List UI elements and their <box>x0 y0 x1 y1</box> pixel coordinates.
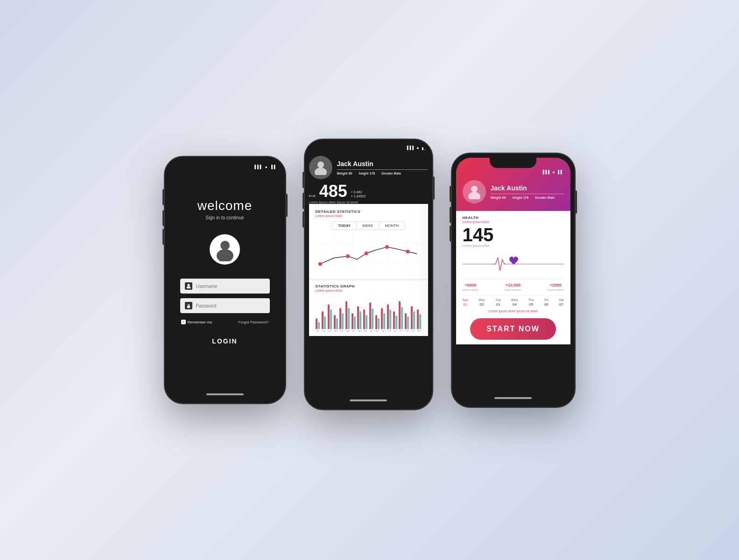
remember-checkbox[interactable] <box>181 320 186 324</box>
bar-label-10: 10 <box>370 329 373 332</box>
bar-red-18 <box>417 309 419 329</box>
phone-health: ▌▌▌ ▲ ▐▐ Jack Austin Wei <box>451 153 575 407</box>
username-group[interactable] <box>180 279 270 294</box>
line-chart <box>316 234 422 271</box>
bar-red-07 <box>352 313 353 329</box>
bar-red-16 <box>405 313 407 329</box>
start-now-button[interactable]: START NOW <box>470 318 556 340</box>
metric-2-value: +10,500 <box>505 283 521 287</box>
cal-day-num-fri: 06 <box>544 302 549 307</box>
bar-teal-15 <box>401 307 403 329</box>
bar-red-15 <box>399 301 401 329</box>
profile-row-2: Jack Austin Weight 60 height 178 Gender … <box>309 156 428 179</box>
health-number: 145 <box>463 225 564 244</box>
bar-red-10 <box>369 302 371 329</box>
login-form: Remember me Forgot Password? <box>180 279 270 324</box>
password-input[interactable] <box>196 303 265 308</box>
bar-teal-06 <box>348 308 350 329</box>
cal-day-num-sun: 01 <box>463 302 467 307</box>
bar-teal-11 <box>378 318 380 329</box>
bar-teal-14 <box>395 315 397 329</box>
weight-stat-3: Weight 60 <box>491 196 506 199</box>
profile-divider-2 <box>337 169 428 170</box>
bar-col-12: 12 <box>380 308 386 332</box>
cal-note: Lorem ipsum dolor ipsum sit amet <box>463 309 564 313</box>
metric-2: +10,500 Lorem ipsum <box>505 283 521 291</box>
tab-group[interactable]: TODAY WEEK MONTH <box>332 221 405 230</box>
phone-login: ▌▌▌ ▲ ▐▐ welcome Sign in to continue <box>164 156 286 404</box>
status-icons-2: ▌▌▌ ▲ ▐▐ <box>407 146 426 150</box>
metric-1: +6000 Lorem ipsum <box>463 283 479 291</box>
phone-stats-screen: ▌▌▌ ▲ ▐▐ Jack Austin <box>309 144 428 405</box>
kcal-section: kcal 485 + 3.462 + 1.84500 <box>309 183 428 200</box>
bar-teal-04 <box>336 318 338 329</box>
bar-label-01: 01 <box>317 329 319 332</box>
svg-point-0 <box>220 241 230 250</box>
svg-point-18 <box>385 245 389 249</box>
profile-name-3: Jack Austin <box>491 184 564 192</box>
login-button[interactable]: LOGIN <box>180 332 270 350</box>
stats-graph-section: STATISTICS GRAPH Lorem ipsum dolor 01020… <box>309 279 428 336</box>
signal-icon: ▌▌▌ <box>254 165 262 169</box>
cal-day-fri: Fri06 <box>544 298 549 307</box>
bar-red-11 <box>375 315 377 329</box>
bar-red-04 <box>334 315 336 329</box>
bar-teal-09 <box>366 315 367 329</box>
svg-point-6 <box>315 168 327 175</box>
cal-day-name-fri: Fri <box>544 298 548 301</box>
password-group[interactable] <box>180 298 270 313</box>
username-input[interactable] <box>196 284 265 289</box>
forgot-password-link[interactable]: Forgot Password? <box>239 320 269 324</box>
profile-info-3: Jack Austin Weight 60 height 178 Gender … <box>491 184 564 199</box>
bar-col-03: 03 <box>327 304 332 332</box>
avatar-svg-3 <box>467 184 482 199</box>
cal-day-name-mon: Mon <box>479 298 485 301</box>
bar-red-12 <box>381 308 383 329</box>
bar-label-06: 06 <box>346 329 349 332</box>
phone-health-screen: ▌▌▌ ▲ ▐▐ Jack Austin Wei <box>456 158 570 403</box>
tab-today[interactable]: TODAY <box>332 222 357 230</box>
cal-day-name-wed: Wed <box>511 298 518 301</box>
calendar-section: Sun01Mon02Tue03Wed04Thu05Fri06Sat07 Lore… <box>463 298 564 313</box>
remember-me-option[interactable]: Remember me <box>181 320 212 324</box>
metric-2-label: Lorem ipsum <box>505 288 521 291</box>
signal-icon-2: ▌▌▌ ▲ ▐▐ <box>407 146 426 150</box>
cal-day-name-thu: Thu <box>528 298 534 301</box>
phone-stats: ▌▌▌ ▲ ▐▐ Jack Austin <box>304 139 433 410</box>
bar-red-14 <box>393 311 395 329</box>
health-sub: Lorem ipsum dolor <box>463 220 564 224</box>
gender-stat-3: Gender Male <box>535 196 555 199</box>
bar-red-08 <box>357 306 359 329</box>
login-screen: welcome Sign in to continue <box>169 161 281 399</box>
bar-col-13: 13 <box>387 304 392 332</box>
avatar <box>210 234 240 265</box>
metric-1-value: +6000 <box>463 283 479 287</box>
svg-rect-4 <box>187 306 190 308</box>
battery-icon: ▐▐ <box>270 165 275 169</box>
bar-label-07: 07 <box>352 329 355 332</box>
svg-point-17 <box>364 252 368 255</box>
bar-label-09: 09 <box>364 329 367 332</box>
bar-label-14: 14 <box>394 329 396 332</box>
bar-label-08: 08 <box>358 329 361 332</box>
lock-icon <box>185 302 192 309</box>
svg-point-5 <box>317 161 324 168</box>
profile-info-2: Jack Austin Weight 60 height 178 Gender … <box>337 160 428 175</box>
bar-col-15: 15 <box>399 301 404 332</box>
notch <box>202 161 248 171</box>
tab-week[interactable]: WEEK <box>357 222 380 230</box>
bar-col-07: 07 <box>351 313 356 332</box>
kcal-extra-2: + 1.84500 <box>351 195 366 198</box>
cal-day-num-mon: 02 <box>480 302 484 307</box>
bar-col-04: 04 <box>333 315 338 332</box>
cal-day-num-thu: 05 <box>529 302 533 307</box>
bar-label-11: 11 <box>376 329 379 332</box>
cal-day-thu: Thu05 <box>528 298 534 307</box>
height-stat-2: height 178 <box>359 172 375 175</box>
bar-label-18: 18 <box>417 329 420 332</box>
tab-month[interactable]: MONTH <box>380 222 404 230</box>
profile-stats-row-2: Weight 60 height 178 Gender Male <box>337 172 428 175</box>
graph-title: STATISTICS GRAPH <box>316 284 422 288</box>
bar-label-13: 13 <box>388 329 391 332</box>
cal-day-mon: Mon02 <box>479 298 485 307</box>
